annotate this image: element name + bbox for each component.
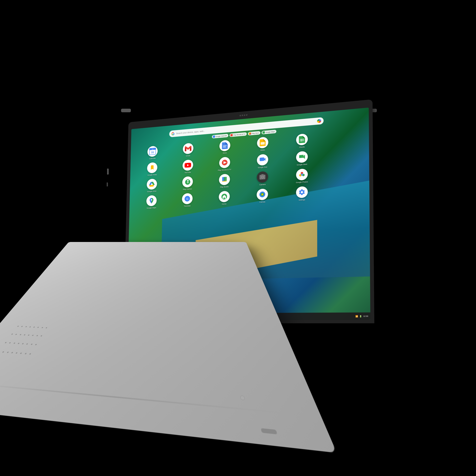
app-movies-label: Play Movies & TV (218, 169, 231, 171)
quick-link-calendar[interactable]: Google Calendar (212, 134, 228, 138)
speaker-dot (25, 326, 27, 327)
app-canvas[interactable]: Canvas (244, 188, 281, 204)
app-keep-label: Google Keep (148, 174, 157, 176)
speaker-dot (15, 334, 17, 335)
google-g-icon (171, 132, 175, 136)
quick-link-maps-label: Google Maps (266, 131, 275, 133)
app-sheets[interactable]: Sheets (283, 132, 321, 150)
speaker-dot (17, 343, 19, 344)
quick-link-playstore[interactable]: Play Store (248, 131, 260, 136)
quick-link-maps[interactable]: Google Maps (262, 130, 276, 135)
app-duo[interactable]: Google Duo (244, 153, 281, 170)
duo-icon-svg (259, 156, 266, 163)
app-docs[interactable]: Docs (207, 139, 243, 155)
app-home-label: Home (222, 203, 226, 205)
app-meet[interactable]: Google Meet (283, 150, 321, 167)
rubber-foot-right (261, 428, 277, 434)
chromebook-device: snsv (79, 99, 397, 377)
hinge-left (121, 109, 131, 112)
app-drive[interactable]: Google Drive (135, 178, 169, 193)
speaker-dot (28, 335, 30, 336)
app-movies[interactable]: Play Movies & TV (207, 156, 243, 172)
speaker-dot (41, 327, 43, 328)
games-icon-svg (184, 178, 191, 186)
speaker-dot (31, 344, 33, 345)
speaker-dot (35, 344, 37, 345)
gmail-icon-svg (185, 145, 192, 152)
app-slides[interactable]: Slides (244, 136, 281, 153)
speaker-dot (2, 351, 4, 353)
app-translate[interactable]: G Translate (170, 192, 205, 208)
maps-quick-icon (263, 131, 265, 134)
speaker-dot (37, 327, 39, 328)
movies-quick-icon (230, 134, 233, 136)
main-scene: snsv (60, 60, 416, 416)
speaker-dot (13, 342, 15, 344)
speaker-dot (24, 334, 26, 336)
app-settings[interactable]: Settings (283, 185, 322, 202)
speaker-dot (19, 334, 21, 335)
speaker-dot (36, 335, 38, 336)
quick-link-movies[interactable]: Play Movies & TV (229, 132, 247, 137)
speaker-dot (32, 335, 34, 336)
app-calendar[interactable]: 31 31 Calendar (136, 145, 170, 161)
speaker-dot (29, 326, 31, 327)
app-games-label: Play Games (183, 188, 192, 190)
speaker-dot (33, 327, 35, 328)
app-calendar-label: Calendar (149, 157, 156, 160)
speaker-grille (0, 323, 53, 366)
app-books-label: Play Books (220, 186, 229, 188)
keep-icon-svg (149, 164, 155, 171)
taskbar-status-area[interactable]: 📶 🔋 12:30 (356, 315, 368, 317)
app-translate-label: Translate (184, 205, 190, 207)
app-gmail-label: Gmail (186, 155, 190, 157)
app-photos[interactable]: Google Photos (283, 168, 321, 184)
app-meet-label: Google Meet (297, 163, 307, 166)
playstore-quick-icon (249, 132, 251, 135)
home-icon-svg (221, 193, 228, 200)
sheets-icon-svg (298, 136, 306, 143)
quick-link-calendar-label: Google Calendar (216, 135, 227, 137)
app-books[interactable]: Play Books (206, 173, 243, 189)
app-sheets-label: Sheets (299, 146, 305, 148)
app-camera[interactable]: Camera (244, 170, 281, 187)
speaker-dot (45, 327, 47, 328)
app-home[interactable]: Home (206, 190, 243, 206)
speaker-dot (20, 353, 22, 354)
movies-icon-svg (221, 159, 228, 166)
app-games[interactable]: Play Games (170, 175, 205, 191)
app-settings-label: Settings (299, 199, 305, 201)
app-slides-label: Slides (260, 149, 265, 151)
app-keep[interactable]: Google Keep (136, 161, 169, 177)
volume-button[interactable] (107, 183, 108, 187)
svg-text:G: G (186, 197, 188, 200)
speaker-dot (29, 353, 31, 355)
battery-icon: 🔋 (359, 315, 362, 317)
app-camera-label: Camera (259, 184, 266, 186)
svg-rect-9 (260, 157, 264, 161)
usb-port (107, 169, 109, 174)
time-display: 12:30 (363, 315, 368, 317)
speaker-dot (7, 352, 9, 353)
speaker-dot (22, 343, 24, 344)
app-maps-label: Google Maps (147, 207, 156, 209)
quick-link-movies-label: Play Movies & TV (233, 133, 245, 136)
youtube-icon-svg (185, 162, 191, 169)
app-slot-empty1 (323, 129, 363, 146)
speaker-dot (11, 334, 13, 335)
speaker-dot (40, 335, 42, 337)
photos-icon-svg (298, 171, 306, 178)
translate-icon-svg: G (184, 195, 191, 202)
screw (240, 395, 245, 400)
speaker-dot (25, 353, 27, 354)
app-maps[interactable]: Google Maps (135, 194, 169, 210)
speaker-dot (9, 342, 11, 343)
calendar-quick-icon (213, 136, 215, 138)
slides-icon-svg (259, 139, 266, 146)
app-slot-empty4 (323, 183, 363, 200)
app-gmail[interactable]: Gmail (171, 142, 206, 158)
app-docs-label: Docs (223, 152, 227, 154)
google-assistant-icon[interactable] (317, 119, 321, 123)
app-duo-label: Google Duo (258, 166, 267, 169)
app-youtube[interactable]: YouTube (170, 158, 205, 174)
